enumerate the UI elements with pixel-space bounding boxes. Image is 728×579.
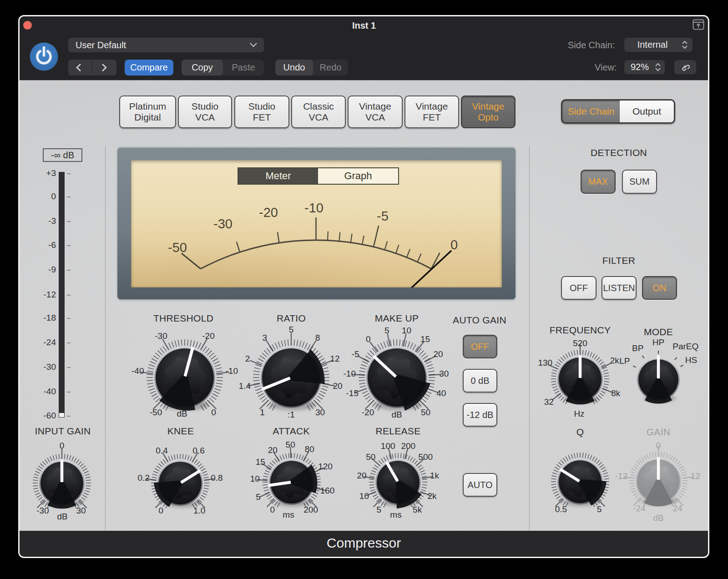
svg-text:Hz: Hz bbox=[574, 409, 584, 418]
svg-text:LP: LP bbox=[619, 356, 630, 366]
svg-text:-15: -15 bbox=[346, 388, 359, 398]
svg-text:10: 10 bbox=[402, 326, 411, 335]
svg-text:-24: -24 bbox=[633, 503, 646, 513]
svg-text:1.4: 1.4 bbox=[239, 381, 251, 391]
svg-text:3: 3 bbox=[263, 333, 268, 342]
svg-text:BP: BP bbox=[632, 343, 643, 353]
svg-text:-10: -10 bbox=[304, 201, 324, 215]
svg-text:30: 30 bbox=[439, 369, 449, 378]
svg-text:0: 0 bbox=[366, 334, 371, 344]
svg-text:-60: -60 bbox=[44, 411, 56, 420]
svg-text:2: 2 bbox=[245, 354, 250, 363]
svg-text:0: 0 bbox=[450, 237, 458, 252]
svg-text::1: :1 bbox=[288, 410, 295, 419]
svg-text:200: 200 bbox=[401, 441, 415, 451]
svg-text:40: 40 bbox=[436, 388, 446, 398]
svg-text:-40: -40 bbox=[131, 366, 144, 376]
svg-text:-50: -50 bbox=[168, 240, 187, 255]
svg-text:10: 10 bbox=[359, 491, 369, 501]
svg-text:0.5: 0.5 bbox=[555, 504, 567, 514]
svg-text:12: 12 bbox=[691, 471, 700, 481]
svg-text:24: 24 bbox=[673, 503, 683, 513]
svg-text:0.6: 0.6 bbox=[192, 446, 204, 455]
svg-text:80: 80 bbox=[305, 444, 314, 454]
svg-text:200: 200 bbox=[303, 505, 318, 514]
svg-text:1k: 1k bbox=[430, 471, 440, 480]
svg-text:-30: -30 bbox=[44, 362, 56, 372]
svg-text:-30: -30 bbox=[36, 506, 49, 515]
svg-text:ms: ms bbox=[283, 510, 294, 519]
svg-text:+3: +3 bbox=[46, 168, 56, 178]
svg-text:50: 50 bbox=[421, 408, 430, 417]
svg-text:-3: -3 bbox=[48, 216, 56, 226]
svg-text:-24: -24 bbox=[44, 337, 56, 347]
svg-text:-40: -40 bbox=[44, 387, 56, 396]
svg-text:-20: -20 bbox=[259, 205, 278, 220]
svg-text:-12: -12 bbox=[44, 290, 56, 299]
svg-text:0: 0 bbox=[159, 506, 164, 515]
svg-text:130: 130 bbox=[538, 358, 552, 368]
svg-text:500: 500 bbox=[418, 452, 433, 462]
svg-text:0: 0 bbox=[270, 505, 275, 514]
svg-text:HS: HS bbox=[685, 355, 697, 365]
svg-text:dB: dB bbox=[57, 512, 67, 521]
svg-text:5k: 5k bbox=[413, 505, 422, 514]
svg-text:50: 50 bbox=[366, 452, 375, 462]
svg-text:dB: dB bbox=[653, 513, 663, 523]
svg-text:15: 15 bbox=[420, 334, 430, 344]
svg-text:120: 120 bbox=[318, 462, 333, 471]
svg-text:5: 5 bbox=[256, 492, 261, 502]
svg-text:160: 160 bbox=[320, 486, 335, 495]
svg-text:-50: -50 bbox=[150, 408, 162, 417]
svg-text:-6: -6 bbox=[48, 240, 56, 250]
svg-text:ParEQ: ParEQ bbox=[672, 342, 698, 351]
svg-text:0: 0 bbox=[51, 191, 56, 201]
svg-text:-30: -30 bbox=[213, 216, 233, 231]
svg-text:5: 5 bbox=[384, 326, 389, 335]
svg-text:5: 5 bbox=[597, 504, 602, 514]
svg-text:0.4: 0.4 bbox=[156, 446, 168, 455]
svg-text:30: 30 bbox=[76, 506, 86, 515]
svg-text:50: 50 bbox=[286, 440, 295, 449]
svg-text:ms: ms bbox=[390, 510, 401, 519]
svg-text:100: 100 bbox=[381, 441, 395, 451]
svg-text:20: 20 bbox=[357, 471, 366, 480]
svg-text:-10: -10 bbox=[344, 369, 356, 378]
svg-text:0: 0 bbox=[656, 441, 661, 450]
svg-text:1.0: 1.0 bbox=[193, 506, 205, 515]
svg-text:32: 32 bbox=[544, 397, 554, 407]
svg-text:-20: -20 bbox=[202, 331, 214, 341]
svg-text:520: 520 bbox=[573, 338, 587, 348]
svg-text:0.2: 0.2 bbox=[137, 473, 149, 483]
svg-text:0: 0 bbox=[211, 408, 216, 417]
svg-text:-5: -5 bbox=[352, 349, 359, 359]
svg-text:dB: dB bbox=[177, 409, 187, 418]
svg-text:30: 30 bbox=[315, 408, 325, 417]
svg-text:2k: 2k bbox=[428, 491, 437, 501]
svg-text:0.8: 0.8 bbox=[211, 473, 222, 483]
svg-text:20: 20 bbox=[268, 445, 278, 455]
svg-text:5: 5 bbox=[377, 505, 382, 514]
svg-text:-5: -5 bbox=[377, 209, 389, 223]
svg-text:-20: -20 bbox=[362, 408, 374, 417]
svg-text:-18: -18 bbox=[44, 313, 56, 322]
svg-text:0: 0 bbox=[60, 441, 65, 450]
svg-text:dB: dB bbox=[391, 410, 402, 419]
svg-text:20: 20 bbox=[433, 349, 443, 359]
svg-text:1: 1 bbox=[260, 408, 265, 417]
svg-text:8: 8 bbox=[315, 333, 320, 342]
svg-text:15: 15 bbox=[256, 457, 265, 467]
svg-text:-12: -12 bbox=[615, 471, 627, 481]
svg-text:10: 10 bbox=[250, 474, 260, 483]
svg-text:-9: -9 bbox=[48, 265, 56, 274]
svg-text:HP: HP bbox=[652, 337, 664, 347]
svg-text:5: 5 bbox=[289, 325, 294, 334]
svg-text:-30: -30 bbox=[155, 331, 167, 341]
